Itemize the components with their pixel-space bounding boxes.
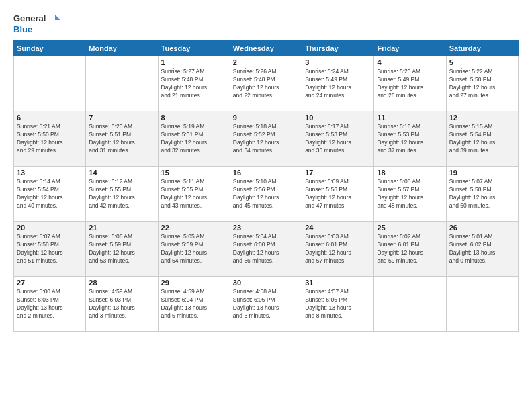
calendar-week-3: 13Sunrise: 5:14 AM Sunset: 5:54 PM Dayli… — [14, 167, 519, 222]
day-number: 7 — [89, 113, 154, 122]
day-number: 17 — [305, 169, 371, 177]
calendar-cell: 24Sunrise: 5:03 AM Sunset: 6:01 PM Dayli… — [302, 222, 374, 277]
cell-daylight-info: Sunrise: 5:00 AM Sunset: 6:03 PM Dayligh… — [17, 288, 83, 320]
day-number: 4 — [377, 58, 443, 66]
column-header-saturday: Saturday — [446, 41, 518, 56]
cell-daylight-info: Sunrise: 5:12 AM Sunset: 5:55 PM Dayligh… — [89, 178, 154, 210]
calendar-cell: 13Sunrise: 5:14 AM Sunset: 5:54 PM Dayli… — [14, 167, 86, 222]
day-number: 15 — [161, 169, 227, 177]
day-number: 8 — [161, 113, 227, 122]
column-header-wednesday: Wednesday — [230, 41, 302, 56]
calendar-cell: 16Sunrise: 5:10 AM Sunset: 5:56 PM Dayli… — [230, 167, 302, 222]
calendar-table: SundayMondayTuesdayWednesdayThursdayFrid… — [13, 40, 519, 332]
day-number: 6 — [17, 113, 83, 122]
calendar-cell: 29Sunrise: 4:59 AM Sunset: 6:04 PM Dayli… — [158, 277, 230, 332]
cell-daylight-info: Sunrise: 5:21 AM Sunset: 5:50 PM Dayligh… — [17, 123, 83, 155]
calendar-cell: 20Sunrise: 5:07 AM Sunset: 5:58 PM Dayli… — [14, 222, 86, 277]
day-number: 9 — [233, 113, 299, 122]
cell-daylight-info: Sunrise: 5:07 AM Sunset: 5:58 PM Dayligh… — [449, 178, 515, 210]
column-header-monday: Monday — [86, 41, 158, 56]
calendar-cell: 12Sunrise: 5:15 AM Sunset: 5:54 PM Dayli… — [446, 111, 518, 167]
calendar-cell: 9Sunrise: 5:18 AM Sunset: 5:52 PM Daylig… — [230, 111, 302, 167]
day-number: 5 — [449, 58, 515, 66]
svg-marker-2 — [55, 15, 60, 20]
calendar-cell: 28Sunrise: 4:59 AM Sunset: 6:03 PM Dayli… — [86, 277, 158, 332]
calendar-cell — [14, 56, 86, 111]
calendar-week-5: 27Sunrise: 5:00 AM Sunset: 6:03 PM Dayli… — [14, 277, 519, 332]
cell-daylight-info: Sunrise: 5:16 AM Sunset: 5:53 PM Dayligh… — [377, 123, 443, 155]
column-header-friday: Friday — [374, 41, 446, 56]
calendar-cell: 14Sunrise: 5:12 AM Sunset: 5:55 PM Dayli… — [86, 167, 158, 222]
calendar-cell: 6Sunrise: 5:21 AM Sunset: 5:50 PM Daylig… — [14, 111, 86, 167]
calendar-cell — [86, 56, 158, 111]
calendar-cell: 27Sunrise: 5:00 AM Sunset: 6:03 PM Dayli… — [14, 277, 86, 332]
cell-daylight-info: Sunrise: 5:24 AM Sunset: 5:49 PM Dayligh… — [305, 68, 371, 100]
calendar-header-row: SundayMondayTuesdayWednesdayThursdayFrid… — [14, 41, 519, 56]
cell-daylight-info: Sunrise: 5:14 AM Sunset: 5:54 PM Dayligh… — [17, 178, 83, 210]
cell-daylight-info: Sunrise: 5:06 AM Sunset: 5:59 PM Dayligh… — [89, 233, 154, 265]
calendar-cell: 4Sunrise: 5:23 AM Sunset: 5:49 PM Daylig… — [374, 56, 446, 111]
calendar-week-1: 1Sunrise: 5:27 AM Sunset: 5:48 PM Daylig… — [14, 56, 519, 111]
day-number: 2 — [233, 58, 299, 66]
calendar-cell — [446, 277, 518, 332]
calendar-cell: 3Sunrise: 5:24 AM Sunset: 5:49 PM Daylig… — [302, 56, 374, 111]
calendar-cell: 8Sunrise: 5:19 AM Sunset: 5:51 PM Daylig… — [158, 111, 230, 167]
cell-daylight-info: Sunrise: 5:01 AM Sunset: 6:02 PM Dayligh… — [449, 233, 515, 265]
day-number: 30 — [233, 279, 299, 287]
day-number: 20 — [17, 224, 83, 232]
cell-daylight-info: Sunrise: 5:09 AM Sunset: 5:56 PM Dayligh… — [305, 178, 371, 210]
page-header: General Blue — [13, 11, 519, 35]
calendar-cell: 1Sunrise: 5:27 AM Sunset: 5:48 PM Daylig… — [158, 56, 230, 111]
day-number: 10 — [305, 113, 371, 122]
day-number: 3 — [305, 58, 371, 66]
calendar-cell: 30Sunrise: 4:58 AM Sunset: 6:05 PM Dayli… — [230, 277, 302, 332]
column-header-thursday: Thursday — [302, 41, 374, 56]
calendar-cell: 17Sunrise: 5:09 AM Sunset: 5:56 PM Dayli… — [302, 167, 374, 222]
calendar-cell: 22Sunrise: 5:05 AM Sunset: 5:59 PM Dayli… — [158, 222, 230, 277]
cell-daylight-info: Sunrise: 5:11 AM Sunset: 5:55 PM Dayligh… — [161, 178, 227, 210]
calendar-cell — [374, 277, 446, 332]
calendar-cell: 21Sunrise: 5:06 AM Sunset: 5:59 PM Dayli… — [86, 222, 158, 277]
cell-daylight-info: Sunrise: 4:59 AM Sunset: 6:03 PM Dayligh… — [89, 288, 154, 320]
calendar-cell: 18Sunrise: 5:08 AM Sunset: 5:57 PM Dayli… — [374, 167, 446, 222]
calendar-cell: 23Sunrise: 5:04 AM Sunset: 6:00 PM Dayli… — [230, 222, 302, 277]
day-number: 25 — [377, 224, 443, 232]
calendar-cell: 5Sunrise: 5:22 AM Sunset: 5:50 PM Daylig… — [446, 56, 518, 111]
day-number: 22 — [161, 224, 227, 232]
calendar-cell: 11Sunrise: 5:16 AM Sunset: 5:53 PM Dayli… — [374, 111, 446, 167]
cell-daylight-info: Sunrise: 5:17 AM Sunset: 5:53 PM Dayligh… — [305, 123, 371, 155]
calendar-week-2: 6Sunrise: 5:21 AM Sunset: 5:50 PM Daylig… — [14, 111, 519, 167]
day-number: 21 — [89, 224, 154, 232]
cell-daylight-info: Sunrise: 5:15 AM Sunset: 5:54 PM Dayligh… — [449, 123, 515, 155]
day-number: 26 — [449, 224, 515, 232]
cell-daylight-info: Sunrise: 5:10 AM Sunset: 5:56 PM Dayligh… — [233, 178, 299, 210]
day-number: 1 — [161, 58, 227, 66]
cell-daylight-info: Sunrise: 5:08 AM Sunset: 5:57 PM Dayligh… — [377, 178, 443, 210]
cell-daylight-info: Sunrise: 5:23 AM Sunset: 5:49 PM Dayligh… — [377, 68, 443, 100]
calendar-cell: 19Sunrise: 5:07 AM Sunset: 5:58 PM Dayli… — [446, 167, 518, 222]
day-number: 19 — [449, 169, 515, 177]
logo-svg: General Blue — [13, 11, 60, 35]
day-number: 31 — [305, 279, 371, 287]
cell-daylight-info: Sunrise: 5:04 AM Sunset: 6:00 PM Dayligh… — [233, 233, 299, 265]
day-number: 27 — [17, 279, 83, 287]
calendar-cell: 15Sunrise: 5:11 AM Sunset: 5:55 PM Dayli… — [158, 167, 230, 222]
cell-daylight-info: Sunrise: 5:19 AM Sunset: 5:51 PM Dayligh… — [161, 123, 227, 155]
cell-daylight-info: Sunrise: 5:03 AM Sunset: 6:01 PM Dayligh… — [305, 233, 371, 265]
day-number: 29 — [161, 279, 227, 287]
calendar-cell: 7Sunrise: 5:20 AM Sunset: 5:51 PM Daylig… — [86, 111, 158, 167]
cell-daylight-info: Sunrise: 5:22 AM Sunset: 5:50 PM Dayligh… — [449, 68, 515, 100]
calendar-cell: 25Sunrise: 5:02 AM Sunset: 6:01 PM Dayli… — [374, 222, 446, 277]
logo: General Blue — [13, 11, 60, 35]
day-number: 23 — [233, 224, 299, 232]
day-number: 11 — [377, 113, 443, 122]
day-number: 18 — [377, 169, 443, 177]
calendar-cell: 10Sunrise: 5:17 AM Sunset: 5:53 PM Dayli… — [302, 111, 374, 167]
calendar-week-4: 20Sunrise: 5:07 AM Sunset: 5:58 PM Dayli… — [14, 222, 519, 277]
cell-daylight-info: Sunrise: 5:20 AM Sunset: 5:51 PM Dayligh… — [89, 123, 154, 155]
calendar-cell: 2Sunrise: 5:26 AM Sunset: 5:48 PM Daylig… — [230, 56, 302, 111]
cell-daylight-info: Sunrise: 4:59 AM Sunset: 6:04 PM Dayligh… — [161, 288, 227, 320]
column-header-sunday: Sunday — [14, 41, 86, 56]
day-number: 13 — [17, 169, 83, 177]
calendar-cell: 31Sunrise: 4:57 AM Sunset: 6:05 PM Dayli… — [302, 277, 374, 332]
